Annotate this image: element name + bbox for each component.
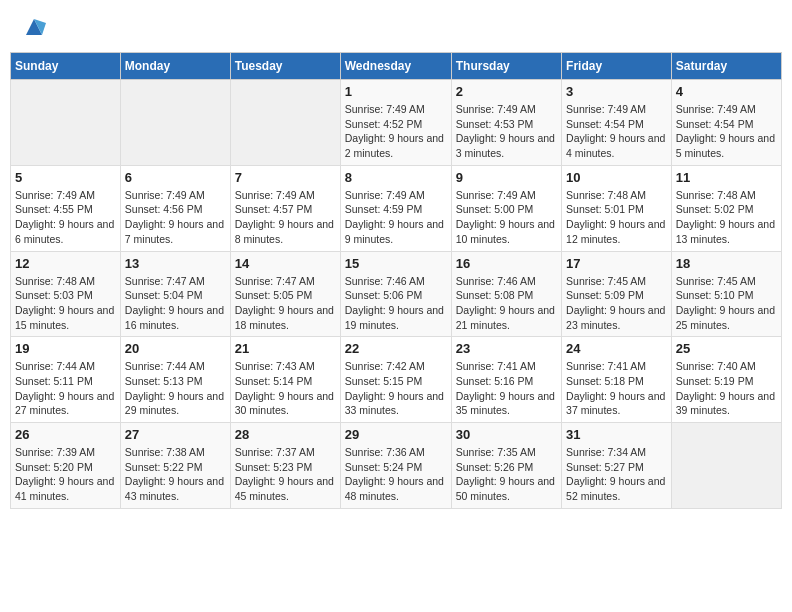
calendar-cell — [230, 80, 340, 166]
calendar-cell: 1Sunrise: 7:49 AM Sunset: 4:52 PM Daylig… — [340, 80, 451, 166]
calendar-cell — [671, 423, 781, 509]
calendar-cell: 16Sunrise: 7:46 AM Sunset: 5:08 PM Dayli… — [451, 251, 561, 337]
calendar-cell: 18Sunrise: 7:45 AM Sunset: 5:10 PM Dayli… — [671, 251, 781, 337]
calendar-cell: 20Sunrise: 7:44 AM Sunset: 5:13 PM Dayli… — [120, 337, 230, 423]
calendar-cell: 28Sunrise: 7:37 AM Sunset: 5:23 PM Dayli… — [230, 423, 340, 509]
day-number: 26 — [15, 427, 116, 442]
day-info: Sunrise: 7:38 AM Sunset: 5:22 PM Dayligh… — [125, 445, 226, 504]
day-info: Sunrise: 7:49 AM Sunset: 5:00 PM Dayligh… — [456, 188, 557, 247]
day-info: Sunrise: 7:49 AM Sunset: 4:56 PM Dayligh… — [125, 188, 226, 247]
logo-icon — [22, 15, 46, 39]
calendar-cell: 10Sunrise: 7:48 AM Sunset: 5:01 PM Dayli… — [562, 165, 672, 251]
day-number: 4 — [676, 84, 777, 99]
day-number: 7 — [235, 170, 336, 185]
day-number: 27 — [125, 427, 226, 442]
calendar-cell: 12Sunrise: 7:48 AM Sunset: 5:03 PM Dayli… — [11, 251, 121, 337]
calendar-cell: 22Sunrise: 7:42 AM Sunset: 5:15 PM Dayli… — [340, 337, 451, 423]
calendar-cell: 14Sunrise: 7:47 AM Sunset: 5:05 PM Dayli… — [230, 251, 340, 337]
day-info: Sunrise: 7:41 AM Sunset: 5:18 PM Dayligh… — [566, 359, 667, 418]
day-number: 25 — [676, 341, 777, 356]
calendar-week-row: 12Sunrise: 7:48 AM Sunset: 5:03 PM Dayli… — [11, 251, 782, 337]
day-of-week-header: Sunday — [11, 53, 121, 80]
calendar-cell: 11Sunrise: 7:48 AM Sunset: 5:02 PM Dayli… — [671, 165, 781, 251]
day-info: Sunrise: 7:48 AM Sunset: 5:01 PM Dayligh… — [566, 188, 667, 247]
day-info: Sunrise: 7:49 AM Sunset: 4:53 PM Dayligh… — [456, 102, 557, 161]
calendar-week-row: 19Sunrise: 7:44 AM Sunset: 5:11 PM Dayli… — [11, 337, 782, 423]
calendar-cell: 2Sunrise: 7:49 AM Sunset: 4:53 PM Daylig… — [451, 80, 561, 166]
day-info: Sunrise: 7:43 AM Sunset: 5:14 PM Dayligh… — [235, 359, 336, 418]
calendar-cell: 3Sunrise: 7:49 AM Sunset: 4:54 PM Daylig… — [562, 80, 672, 166]
calendar-cell: 25Sunrise: 7:40 AM Sunset: 5:19 PM Dayli… — [671, 337, 781, 423]
day-number: 28 — [235, 427, 336, 442]
day-info: Sunrise: 7:45 AM Sunset: 5:10 PM Dayligh… — [676, 274, 777, 333]
day-number: 20 — [125, 341, 226, 356]
day-number: 2 — [456, 84, 557, 99]
day-number: 12 — [15, 256, 116, 271]
day-number: 6 — [125, 170, 226, 185]
day-of-week-header: Monday — [120, 53, 230, 80]
day-number: 3 — [566, 84, 667, 99]
calendar-cell: 15Sunrise: 7:46 AM Sunset: 5:06 PM Dayli… — [340, 251, 451, 337]
day-number: 11 — [676, 170, 777, 185]
calendar-cell: 17Sunrise: 7:45 AM Sunset: 5:09 PM Dayli… — [562, 251, 672, 337]
day-info: Sunrise: 7:49 AM Sunset: 4:59 PM Dayligh… — [345, 188, 447, 247]
day-info: Sunrise: 7:47 AM Sunset: 5:05 PM Dayligh… — [235, 274, 336, 333]
calendar-cell: 6Sunrise: 7:49 AM Sunset: 4:56 PM Daylig… — [120, 165, 230, 251]
day-number: 19 — [15, 341, 116, 356]
calendar-cell: 23Sunrise: 7:41 AM Sunset: 5:16 PM Dayli… — [451, 337, 561, 423]
day-info: Sunrise: 7:42 AM Sunset: 5:15 PM Dayligh… — [345, 359, 447, 418]
day-number: 5 — [15, 170, 116, 185]
day-info: Sunrise: 7:34 AM Sunset: 5:27 PM Dayligh… — [566, 445, 667, 504]
day-info: Sunrise: 7:39 AM Sunset: 5:20 PM Dayligh… — [15, 445, 116, 504]
day-number: 29 — [345, 427, 447, 442]
day-info: Sunrise: 7:41 AM Sunset: 5:16 PM Dayligh… — [456, 359, 557, 418]
day-number: 21 — [235, 341, 336, 356]
day-info: Sunrise: 7:44 AM Sunset: 5:13 PM Dayligh… — [125, 359, 226, 418]
day-of-week-header: Friday — [562, 53, 672, 80]
calendar-table: SundayMondayTuesdayWednesdayThursdayFrid… — [10, 52, 782, 509]
day-of-week-header: Saturday — [671, 53, 781, 80]
day-info: Sunrise: 7:49 AM Sunset: 4:54 PM Dayligh… — [566, 102, 667, 161]
calendar-cell: 30Sunrise: 7:35 AM Sunset: 5:26 PM Dayli… — [451, 423, 561, 509]
day-info: Sunrise: 7:49 AM Sunset: 4:55 PM Dayligh… — [15, 188, 116, 247]
day-number: 8 — [345, 170, 447, 185]
calendar-cell: 19Sunrise: 7:44 AM Sunset: 5:11 PM Dayli… — [11, 337, 121, 423]
day-number: 18 — [676, 256, 777, 271]
day-number: 14 — [235, 256, 336, 271]
day-info: Sunrise: 7:49 AM Sunset: 4:57 PM Dayligh… — [235, 188, 336, 247]
calendar-cell: 5Sunrise: 7:49 AM Sunset: 4:55 PM Daylig… — [11, 165, 121, 251]
calendar-cell: 29Sunrise: 7:36 AM Sunset: 5:24 PM Dayli… — [340, 423, 451, 509]
calendar-cell: 31Sunrise: 7:34 AM Sunset: 5:27 PM Dayli… — [562, 423, 672, 509]
day-info: Sunrise: 7:48 AM Sunset: 5:02 PM Dayligh… — [676, 188, 777, 247]
day-number: 13 — [125, 256, 226, 271]
day-info: Sunrise: 7:45 AM Sunset: 5:09 PM Dayligh… — [566, 274, 667, 333]
day-number: 30 — [456, 427, 557, 442]
calendar-week-row: 5Sunrise: 7:49 AM Sunset: 4:55 PM Daylig… — [11, 165, 782, 251]
calendar-cell: 21Sunrise: 7:43 AM Sunset: 5:14 PM Dayli… — [230, 337, 340, 423]
page-header — [10, 10, 782, 44]
calendar-cell: 13Sunrise: 7:47 AM Sunset: 5:04 PM Dayli… — [120, 251, 230, 337]
calendar-cell — [11, 80, 121, 166]
day-info: Sunrise: 7:46 AM Sunset: 5:06 PM Dayligh… — [345, 274, 447, 333]
day-number: 22 — [345, 341, 447, 356]
day-number: 31 — [566, 427, 667, 442]
day-number: 15 — [345, 256, 447, 271]
calendar-week-row: 1Sunrise: 7:49 AM Sunset: 4:52 PM Daylig… — [11, 80, 782, 166]
day-info: Sunrise: 7:47 AM Sunset: 5:04 PM Dayligh… — [125, 274, 226, 333]
calendar-cell: 27Sunrise: 7:38 AM Sunset: 5:22 PM Dayli… — [120, 423, 230, 509]
day-number: 23 — [456, 341, 557, 356]
day-of-week-header: Tuesday — [230, 53, 340, 80]
calendar-cell: 8Sunrise: 7:49 AM Sunset: 4:59 PM Daylig… — [340, 165, 451, 251]
day-info: Sunrise: 7:44 AM Sunset: 5:11 PM Dayligh… — [15, 359, 116, 418]
day-number: 9 — [456, 170, 557, 185]
calendar-cell: 26Sunrise: 7:39 AM Sunset: 5:20 PM Dayli… — [11, 423, 121, 509]
calendar-cell: 4Sunrise: 7:49 AM Sunset: 4:54 PM Daylig… — [671, 80, 781, 166]
day-info: Sunrise: 7:49 AM Sunset: 4:54 PM Dayligh… — [676, 102, 777, 161]
calendar-week-row: 26Sunrise: 7:39 AM Sunset: 5:20 PM Dayli… — [11, 423, 782, 509]
day-of-week-header: Wednesday — [340, 53, 451, 80]
calendar-cell: 7Sunrise: 7:49 AM Sunset: 4:57 PM Daylig… — [230, 165, 340, 251]
day-info: Sunrise: 7:35 AM Sunset: 5:26 PM Dayligh… — [456, 445, 557, 504]
day-number: 17 — [566, 256, 667, 271]
calendar-cell — [120, 80, 230, 166]
day-info: Sunrise: 7:48 AM Sunset: 5:03 PM Dayligh… — [15, 274, 116, 333]
